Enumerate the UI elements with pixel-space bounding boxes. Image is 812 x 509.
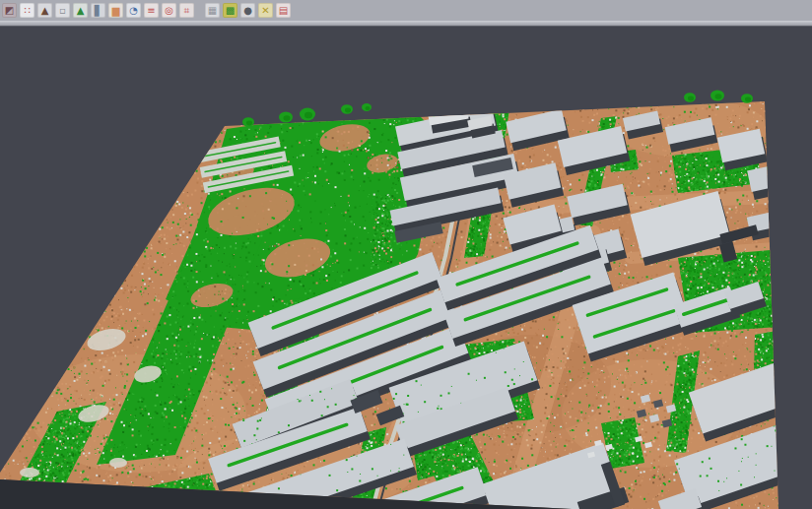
open-project-icon[interactable]: ◩	[2, 3, 17, 18]
select-region-icon[interactable]: ⌗	[179, 3, 194, 18]
application-window: ◩∷▲▫▲▋▆◔≡◎⌗▦▩●✕▤	[0, 0, 812, 509]
target-icon[interactable]: ◎	[162, 3, 176, 18]
tile-grid-icon[interactable]: ▫	[55, 3, 70, 18]
legend-icon[interactable]: ≡	[144, 3, 159, 18]
point-cloud-3d-scene[interactable]	[0, 0, 812, 509]
raster-icon[interactable]: ▦	[205, 3, 220, 18]
toolbar-separator	[0, 21, 812, 27]
flag-icon[interactable]: ▤	[276, 3, 291, 18]
profile-icon[interactable]: ▋	[91, 3, 105, 18]
terrain-icon[interactable]: ▲	[37, 3, 52, 18]
toolbar: ◩∷▲▫▲▋▆◔≡◎⌗▦▩●✕▤	[0, 0, 812, 21]
point-cloud-icon[interactable]: ∷	[20, 3, 34, 18]
globe-icon[interactable]: ◔	[126, 3, 141, 18]
clip-box-icon[interactable]: ✕	[258, 3, 273, 18]
render-sphere-icon[interactable]: ●	[240, 3, 255, 18]
vegetation-icon[interactable]: ▲	[73, 3, 88, 18]
classification-icon[interactable]: ▩	[223, 3, 237, 18]
ortho-icon[interactable]: ▆	[108, 3, 123, 18]
